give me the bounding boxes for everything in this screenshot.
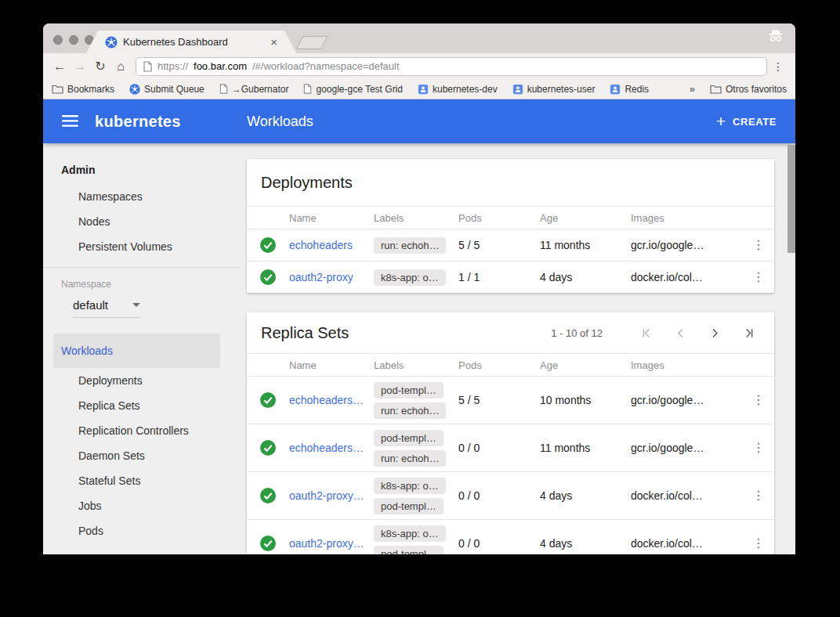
card-title: Replica Sets bbox=[261, 324, 349, 342]
address-bar[interactable]: https://foo.bar.com/#/workload?namespace… bbox=[136, 57, 767, 76]
window-minimize-button[interactable] bbox=[69, 35, 78, 45]
sidebar-item-workloads[interactable]: Workloads bbox=[53, 334, 220, 368]
bookmark-label: Otros favoritos bbox=[726, 84, 787, 95]
row-menu-icon[interactable]: ⋮ bbox=[743, 442, 774, 454]
label-chip: k8s-app: o… bbox=[374, 478, 446, 494]
vertical-scrollbar[interactable] bbox=[788, 145, 795, 253]
new-tab-button[interactable] bbox=[296, 36, 328, 49]
column-age: Age bbox=[540, 212, 631, 224]
previous-page-icon[interactable] bbox=[673, 327, 687, 340]
replica-set-link[interactable]: echoheaders… bbox=[289, 394, 364, 406]
url-path: /#/workload?namespace=default bbox=[252, 60, 400, 72]
deployment-link[interactable]: oauth2-proxy bbox=[289, 271, 353, 283]
row-menu-icon[interactable]: ⋮ bbox=[743, 394, 774, 406]
tab-close-icon[interactable]: × bbox=[270, 36, 277, 48]
bookmark-kubernetes-user[interactable]: kubernetes-user bbox=[512, 84, 596, 95]
sidebar-item-nodes[interactable]: Nodes bbox=[43, 209, 239, 234]
label-chip: k8s-app: o… bbox=[374, 525, 446, 542]
pods-cell: 0 / 0 bbox=[458, 489, 540, 502]
namespace-value: default bbox=[73, 298, 108, 312]
browser-menu-icon[interactable]: ⋮ bbox=[767, 60, 789, 73]
label-chip: pod-templ… bbox=[374, 546, 444, 555]
sidebar-item-persistent-volumes[interactable]: Persistent Volumes bbox=[43, 234, 239, 259]
sidebar-item-deployments[interactable]: Deployments bbox=[43, 368, 239, 393]
bookmark-google-gce-test-grid[interactable]: google-gce Test Grid bbox=[303, 84, 403, 95]
sidebar-item-replication-controllers[interactable]: Replication Controllers bbox=[43, 418, 239, 443]
namespace-select[interactable]: default bbox=[73, 298, 140, 318]
sidebar-item-daemon-sets[interactable]: Daemon Sets bbox=[43, 443, 239, 468]
groups-icon bbox=[512, 84, 523, 95]
table-row: oauth2-proxy… k8s-app: o… pod-templ… 0 /… bbox=[247, 519, 774, 554]
page-icon bbox=[219, 84, 228, 94]
status-ok-icon bbox=[247, 392, 289, 408]
bookmark-bookmarks-folder[interactable]: Bookmarks bbox=[52, 84, 114, 95]
bookmark-label: →Gubernator bbox=[232, 84, 289, 95]
forward-icon[interactable]: → bbox=[70, 60, 90, 73]
sidebar-item-stateful-sets[interactable]: Stateful Sets bbox=[43, 468, 239, 493]
images-cell: docker.io/col… bbox=[631, 271, 743, 283]
window-close-button[interactable] bbox=[53, 35, 63, 45]
deployment-link[interactable]: echoheaders bbox=[289, 239, 353, 251]
sidebar-item-namespaces[interactable]: Namespaces bbox=[43, 184, 239, 209]
back-icon[interactable]: ← bbox=[49, 60, 70, 73]
bookmark-submit-queue[interactable]: Submit Queue bbox=[129, 84, 205, 95]
status-ok-icon bbox=[247, 269, 289, 285]
row-menu-icon[interactable]: ⋮ bbox=[743, 537, 774, 550]
reload-icon[interactable]: ↻ bbox=[90, 60, 110, 73]
replica-set-link[interactable]: oauth2-proxy… bbox=[289, 537, 364, 550]
create-button[interactable]: + CREATE bbox=[716, 114, 777, 129]
kubernetes-favicon-icon bbox=[105, 36, 118, 49]
bookmark-otros-favoritos[interactable]: Otros favoritos bbox=[710, 84, 787, 95]
first-page-icon[interactable] bbox=[639, 327, 653, 340]
label-chip: run: echoh… bbox=[374, 237, 446, 254]
tab-title: Kubernetes Dashboard bbox=[123, 36, 265, 48]
menu-icon[interactable] bbox=[62, 115, 78, 130]
replica-set-link[interactable]: oauth2-proxy… bbox=[289, 489, 364, 502]
sidebar-item-jobs[interactable]: Jobs bbox=[43, 493, 239, 518]
table-header: Name Labels Pods Age Images bbox=[247, 206, 774, 229]
row-menu-icon[interactable]: ⋮ bbox=[743, 489, 774, 502]
browser-titlebar: Kubernetes Dashboard × bbox=[43, 23, 795, 53]
home-icon[interactable]: ⌂ bbox=[110, 60, 131, 73]
column-name: Name bbox=[289, 212, 374, 224]
sidebar-item-replica-sets[interactable]: Replica Sets bbox=[43, 393, 239, 418]
label-chip: k8s-app: o… bbox=[374, 269, 446, 286]
bookmark-kubernetes-dev[interactable]: kubernetes-dev bbox=[418, 84, 498, 95]
url-scheme: https:// bbox=[158, 60, 188, 72]
page-icon bbox=[303, 84, 312, 94]
pagination-range: 1 - 10 of 12 bbox=[551, 327, 603, 339]
row-menu-icon[interactable]: ⋮ bbox=[743, 271, 774, 283]
url-host: foo.bar.com bbox=[194, 60, 247, 72]
page-title: Workloads bbox=[247, 114, 313, 130]
column-labels: Labels bbox=[374, 359, 458, 371]
age-cell: 10 months bbox=[540, 394, 631, 406]
side-navigation: Admin Namespaces Nodes Persistent Volume… bbox=[43, 143, 239, 554]
window-controls bbox=[53, 35, 94, 45]
status-ok-icon bbox=[247, 440, 289, 456]
status-ok-icon bbox=[247, 536, 289, 551]
sidebar-item-pods[interactable]: Pods bbox=[43, 518, 239, 543]
age-cell: 11 months bbox=[540, 239, 631, 251]
pods-cell: 5 / 5 bbox=[458, 394, 540, 406]
app-body: Admin Namespaces Nodes Persistent Volume… bbox=[43, 143, 795, 554]
nav-section-admin: Admin bbox=[43, 156, 239, 184]
browser-tab[interactable]: Kubernetes Dashboard × bbox=[86, 31, 296, 53]
pods-cell: 0 / 0 bbox=[458, 442, 540, 454]
groups-icon bbox=[610, 84, 621, 95]
kubernetes-logo: kubernetes bbox=[95, 113, 181, 131]
bookmark-label: Redis bbox=[625, 84, 649, 95]
table-row: oauth2-proxy k8s-app: o… 1 / 1 4 days do… bbox=[247, 261, 774, 293]
bookmark-gubernator[interactable]: →Gubernator bbox=[219, 84, 289, 95]
label-chip: run: echoh… bbox=[374, 402, 446, 419]
replica-sets-card: Replica Sets 1 - 10 of 12 Name bbox=[247, 312, 774, 554]
next-page-icon[interactable] bbox=[708, 327, 722, 340]
replica-set-link[interactable]: echoheaders… bbox=[289, 442, 364, 454]
status-ok-icon bbox=[247, 237, 289, 253]
bookmark-redis[interactable]: Redis bbox=[610, 84, 649, 95]
bookmarks-overflow-icon[interactable]: » bbox=[690, 83, 695, 95]
last-page-icon[interactable] bbox=[742, 327, 756, 340]
desktop-background: Kubernetes Dashboard × ← → ↻ ⌂ https://f… bbox=[0, 0, 840, 617]
column-images: Images bbox=[631, 212, 743, 224]
row-menu-icon[interactable]: ⋮ bbox=[743, 239, 774, 251]
age-cell: 4 days bbox=[540, 537, 631, 550]
